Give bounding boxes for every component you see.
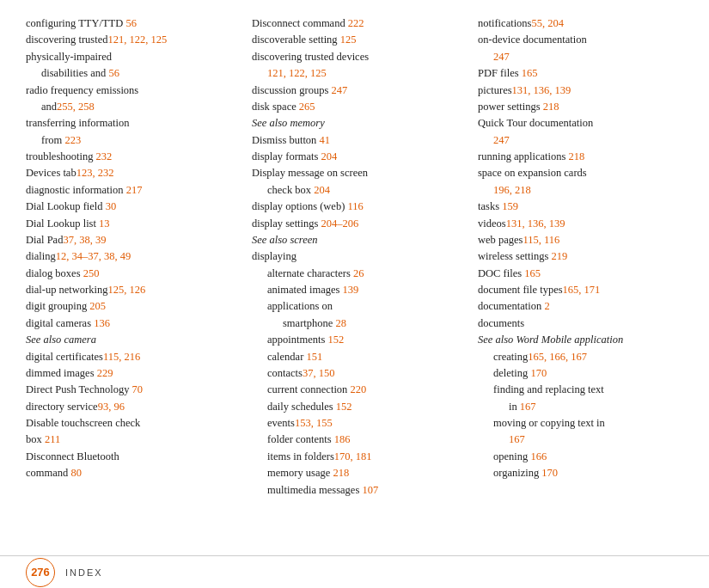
index-link[interactable]: 247 xyxy=(493,51,510,63)
index-link[interactable]: 258 xyxy=(78,101,95,113)
index-link[interactable]: 167 xyxy=(520,401,536,413)
index-link[interactable]: 116 xyxy=(544,234,559,246)
index-link[interactable]: 116 xyxy=(347,200,363,212)
index-link[interactable]: 152 xyxy=(327,334,344,346)
index-link[interactable]: 165 xyxy=(524,267,541,279)
index-link[interactable]: 55, xyxy=(532,17,546,29)
index-link[interactable]: 211 xyxy=(45,433,60,445)
index-link[interactable]: 121, xyxy=(267,67,286,79)
index-link[interactable]: 205 xyxy=(89,300,106,312)
index-link[interactable]: 125, xyxy=(107,284,126,296)
index-link[interactable]: 220 xyxy=(350,383,366,395)
index-link[interactable]: 49 xyxy=(120,250,131,262)
index-link[interactable]: 30 xyxy=(106,200,117,212)
index-link[interactable]: 139 xyxy=(342,284,358,296)
index-link[interactable]: 96 xyxy=(113,401,125,413)
index-link[interactable]: 247 xyxy=(493,134,510,146)
index-link[interactable]: 171 xyxy=(584,284,601,296)
index-link[interactable]: 107 xyxy=(362,484,378,496)
index-link[interactable]: 125 xyxy=(310,67,327,79)
index-link[interactable]: 219 xyxy=(551,250,567,262)
index-link[interactable]: 165, xyxy=(563,284,582,296)
index-link[interactable]: 26 xyxy=(353,267,364,279)
index-link[interactable]: 136 xyxy=(94,317,110,329)
index-link[interactable]: 150 xyxy=(319,367,335,379)
index-link[interactable]: 167 xyxy=(571,351,587,363)
index-link[interactable]: 218 xyxy=(333,467,349,479)
index-link[interactable]: 38, xyxy=(104,250,118,262)
index-link[interactable]: 204 xyxy=(547,17,564,29)
index-link[interactable]: 38, xyxy=(79,234,93,246)
index-entry: digit grouping 205 xyxy=(26,298,231,315)
index-link[interactable]: 152 xyxy=(336,401,352,413)
index-link[interactable]: 222 xyxy=(348,17,364,29)
index-link[interactable]: 41 xyxy=(320,134,331,146)
index-link[interactable]: 131, xyxy=(506,217,525,230)
index-link[interactable]: 255, xyxy=(57,101,76,113)
index-link[interactable]: 125 xyxy=(340,34,357,46)
index-link[interactable]: 70 xyxy=(132,383,144,395)
index-link[interactable]: 159 xyxy=(502,200,518,212)
index-link[interactable]: 166 xyxy=(530,450,547,462)
index-link[interactable]: 115, xyxy=(523,234,541,246)
index-link[interactable]: 223 xyxy=(64,134,81,146)
index-link[interactable]: 37, xyxy=(303,367,316,379)
index-link[interactable]: 204 xyxy=(314,184,330,196)
index-link[interactable]: 122, xyxy=(289,67,308,79)
index-link[interactable]: 181 xyxy=(356,450,372,462)
index-link[interactable]: 250 xyxy=(83,267,100,279)
index-link[interactable]: 56 xyxy=(125,17,137,29)
index-link[interactable]: 170 xyxy=(530,367,547,379)
index-link[interactable]: 2 xyxy=(544,300,549,312)
index-link[interactable]: 204–206 xyxy=(321,217,359,230)
index-link[interactable]: 121, xyxy=(107,34,126,46)
index-entry: from 223 xyxy=(26,132,231,149)
index-link[interactable]: 131, xyxy=(512,84,531,96)
index-entry: document file types165, 171 xyxy=(478,282,683,298)
index-link[interactable]: 136, xyxy=(534,84,553,96)
index-link[interactable]: 34–37, xyxy=(71,250,101,262)
index-text: dimmed images xyxy=(26,367,97,379)
index-link[interactable]: 123, xyxy=(76,167,95,179)
index-link[interactable]: 155 xyxy=(316,417,333,429)
index-link[interactable]: 39 xyxy=(95,234,107,246)
index-link[interactable]: 170, xyxy=(334,450,353,462)
index-link[interactable]: 125 xyxy=(150,34,167,46)
index-link[interactable]: 28 xyxy=(335,317,346,329)
index-link[interactable]: 204 xyxy=(321,150,338,162)
index-link[interactable]: 136, xyxy=(528,217,547,230)
index-link[interactable]: 12, xyxy=(56,250,70,262)
index-link[interactable]: 167 xyxy=(509,433,525,445)
index-link[interactable]: 170 xyxy=(541,467,558,479)
index-link[interactable]: 13 xyxy=(99,217,110,230)
index-link[interactable]: 218 xyxy=(515,184,531,196)
index-text: display settings xyxy=(252,217,321,230)
index-link[interactable]: 247 xyxy=(331,84,347,96)
index-link[interactable]: 232 xyxy=(98,167,114,179)
index-link[interactable]: 217 xyxy=(126,184,143,196)
index-link[interactable]: 153, xyxy=(295,417,314,429)
index-link[interactable]: 216 xyxy=(124,351,140,363)
index-link[interactable]: 229 xyxy=(97,367,113,379)
index-link[interactable]: 37, xyxy=(63,234,76,246)
index-link[interactable]: 186 xyxy=(334,433,351,445)
index-link[interactable]: 139 xyxy=(555,84,571,96)
index-entry: dialing12, 34–37, 38, 49 xyxy=(26,248,231,265)
index-link[interactable]: 196, xyxy=(493,184,512,196)
index-link[interactable]: 165 xyxy=(522,67,538,79)
index-link[interactable]: 115, xyxy=(103,351,121,363)
index-link[interactable]: 218 xyxy=(569,150,585,162)
index-link[interactable]: 218 xyxy=(543,101,559,113)
index-link[interactable]: 165, xyxy=(528,351,547,363)
index-link[interactable]: 166, xyxy=(549,351,568,363)
index-link[interactable]: 56 xyxy=(108,67,119,79)
index-link[interactable]: 265 xyxy=(299,101,315,113)
index-link[interactable]: 126 xyxy=(129,284,145,296)
index-text: organizing xyxy=(493,467,541,479)
index-link[interactable]: 93, xyxy=(98,401,112,413)
index-link[interactable]: 232 xyxy=(96,150,113,162)
index-link[interactable]: 80 xyxy=(70,467,82,479)
index-link[interactable]: 151 xyxy=(306,351,322,363)
index-link[interactable]: 122, xyxy=(129,34,148,46)
index-link[interactable]: 139 xyxy=(549,217,565,230)
